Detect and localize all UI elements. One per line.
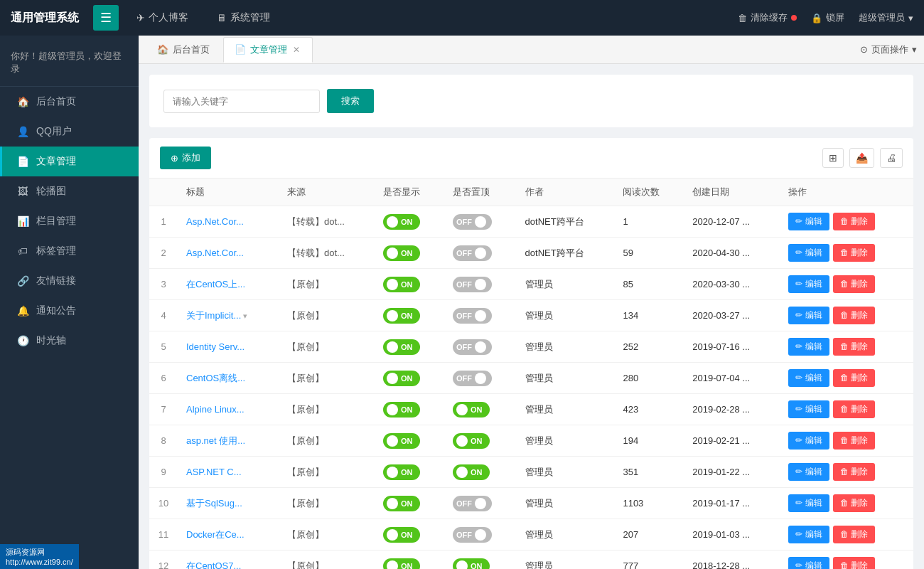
show-toggle[interactable]: ON	[383, 527, 420, 543]
toggle-label: OFF	[456, 374, 472, 383]
show-toggle[interactable]: ON	[383, 496, 420, 511]
page-ops-btn[interactable]: ⊙ 页面操作 ▾	[860, 43, 917, 56]
edit-btn[interactable]: ✏ 编辑	[788, 338, 829, 356]
toggle-label: OFF	[456, 218, 472, 226]
top-toggle[interactable]: ON	[453, 402, 490, 418]
show-toggle[interactable]: ON	[383, 245, 420, 261]
edit-btn[interactable]: ✏ 编辑	[788, 244, 829, 262]
delete-btn[interactable]: 🗑 删除	[833, 463, 875, 481]
top-toggle[interactable]: OFF	[453, 496, 492, 511]
show-toggle[interactable]: ON	[383, 371, 420, 386]
row-title: 基于SqlSug...	[178, 488, 279, 519]
delete-btn[interactable]: 🗑 删除	[833, 338, 875, 356]
show-toggle[interactable]: ON	[383, 402, 420, 418]
top-toggle[interactable]: ON	[453, 558, 490, 570]
article-title-link[interactable]: ASP.NET C...	[186, 467, 242, 477]
delete-btn[interactable]: 🗑 删除	[833, 400, 875, 418]
grid-view-btn[interactable]: ⊞	[822, 148, 844, 168]
edit-btn[interactable]: ✏ 编辑	[788, 526, 829, 543]
delete-btn[interactable]: 🗑 删除	[833, 275, 875, 293]
delete-btn[interactable]: 🗑 删除	[833, 369, 875, 387]
sidebar-item-columns[interactable]: 📊 栏目管理	[0, 206, 139, 236]
sidebar-item-qq[interactable]: 👤 QQ用户	[0, 117, 139, 147]
article-title-link[interactable]: Alpine Linux...	[186, 404, 245, 415]
edit-btn[interactable]: ✏ 编辑	[788, 369, 829, 387]
delete-btn[interactable]: 🗑 删除	[833, 244, 875, 262]
edit-btn[interactable]: ✏ 编辑	[788, 494, 829, 512]
toggle-label: ON	[401, 249, 413, 257]
row-top: ON	[444, 457, 517, 488]
sidebar-item-articles[interactable]: 📄 文章管理	[0, 147, 139, 176]
show-toggle[interactable]: ON	[383, 214, 420, 230]
show-toggle[interactable]: ON	[383, 464, 420, 480]
clear-cache-btn[interactable]: 🗑 清除缓存	[738, 11, 797, 24]
lock-screen-btn[interactable]: 🔒 锁屏	[811, 11, 844, 24]
article-title-link[interactable]: 在CentOS7...	[186, 560, 241, 570]
article-title-link[interactable]: Asp.Net.Cor...	[186, 216, 244, 227]
nav-item-blog[interactable]: ✈ 个人博客	[126, 6, 199, 30]
export-btn[interactable]: 📤	[849, 148, 874, 168]
tab-articles[interactable]: 📄 文章管理 ✕	[223, 37, 313, 63]
delete-btn[interactable]: 🗑 删除	[833, 432, 875, 450]
tab-close-btn[interactable]: ✕	[291, 45, 301, 55]
add-button[interactable]: ⊕ 添加	[160, 147, 211, 169]
search-button[interactable]: 搜索	[327, 89, 374, 113]
top-toggle[interactable]: OFF	[453, 214, 492, 230]
edit-btn[interactable]: ✏ 编辑	[788, 557, 829, 569]
article-title-link[interactable]: asp.net 使用...	[186, 435, 245, 446]
edit-btn[interactable]: ✏ 编辑	[788, 275, 829, 293]
sidebar-item-carousel[interactable]: 🖼 轮播图	[0, 176, 139, 206]
show-toggle[interactable]: ON	[383, 558, 420, 570]
row-reads: 423	[614, 394, 684, 425]
toggle-circle	[475, 310, 486, 321]
article-title-link[interactable]: 关于Implicit...	[186, 310, 241, 321]
top-toggle[interactable]: ON	[453, 464, 490, 480]
article-title-link[interactable]: Docker在Ce...	[186, 529, 245, 540]
article-title-link[interactable]: 基于SqlSug...	[186, 498, 242, 509]
top-toggle[interactable]: OFF	[453, 339, 492, 355]
table-row: 3 在CentOS上... 【原创】 ON OFF 管理员 85 2020-03…	[149, 269, 913, 300]
edit-btn[interactable]: ✏ 编辑	[788, 307, 829, 324]
delete-btn[interactable]: 🗑 删除	[833, 557, 875, 569]
row-top: ON	[444, 394, 517, 425]
delete-btn[interactable]: 🗑 删除	[833, 213, 875, 230]
top-toggle[interactable]: OFF	[453, 277, 492, 292]
show-toggle[interactable]: ON	[383, 277, 420, 292]
sidebar-item-links[interactable]: 🔗 友情链接	[0, 266, 139, 296]
top-toggle[interactable]: OFF	[453, 308, 492, 324]
top-toggle[interactable]: OFF	[453, 371, 492, 386]
article-title-link[interactable]: Identity Serv...	[186, 341, 245, 352]
sidebar-item-timeline[interactable]: 🕐 时光轴	[0, 326, 139, 356]
row-show: ON	[375, 331, 444, 363]
article-title-link[interactable]: CentOS离线...	[186, 373, 245, 383]
edit-btn[interactable]: ✏ 编辑	[788, 432, 829, 450]
article-title-link[interactable]: Asp.Net.Cor...	[186, 248, 244, 258]
article-title-link[interactable]: 在CentOS上...	[186, 279, 245, 289]
sidebar-item-label: QQ用户	[36, 125, 72, 138]
toggle-label: ON	[471, 562, 483, 570]
sidebar-item-tags[interactable]: 🏷 标签管理	[0, 236, 139, 266]
sidebar-item-notice[interactable]: 🔔 通知公告	[0, 296, 139, 326]
tab-home[interactable]: 🏠 后台首页	[146, 37, 221, 63]
search-input[interactable]	[163, 90, 320, 113]
top-toggle[interactable]: OFF	[453, 527, 492, 543]
edit-btn[interactable]: ✏ 编辑	[788, 213, 829, 230]
toggle-circle	[387, 404, 398, 415]
user-menu[interactable]: 超级管理员 ▾	[859, 11, 913, 24]
print-btn[interactable]: 🖨	[880, 148, 903, 168]
top-toggle[interactable]: OFF	[453, 245, 492, 261]
delete-btn[interactable]: 🗑 删除	[833, 307, 875, 324]
nav-item-system[interactable]: 🖥 系统管理	[206, 6, 281, 30]
toggle-circle	[456, 435, 468, 447]
row-reads: 207	[614, 519, 684, 551]
delete-btn[interactable]: 🗑 删除	[833, 526, 875, 543]
show-toggle[interactable]: ON	[383, 308, 420, 324]
sidebar-item-home[interactable]: 🏠 后台首页	[0, 87, 139, 117]
edit-btn[interactable]: ✏ 编辑	[788, 463, 829, 481]
delete-btn[interactable]: 🗑 删除	[833, 494, 875, 512]
edit-btn[interactable]: ✏ 编辑	[788, 400, 829, 418]
menu-toggle[interactable]: ☰	[93, 5, 119, 31]
show-toggle[interactable]: ON	[383, 339, 420, 355]
top-toggle[interactable]: ON	[453, 433, 490, 449]
show-toggle[interactable]: ON	[383, 433, 420, 449]
